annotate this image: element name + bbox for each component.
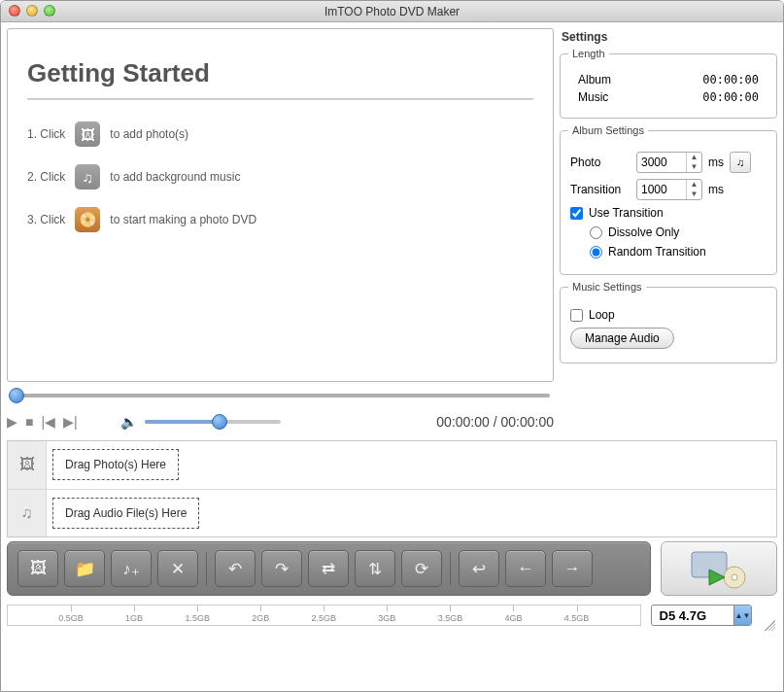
minimize-window-button[interactable] bbox=[26, 5, 38, 17]
add-photo-button[interactable]: 🖼 bbox=[17, 550, 58, 587]
ruler-tick-label: 4GB bbox=[504, 613, 522, 623]
svg-point-2 bbox=[732, 574, 737, 580]
ruler-tick-label: 1GB bbox=[125, 613, 143, 623]
ruler-tick-label: 3GB bbox=[378, 613, 395, 623]
close-window-button[interactable] bbox=[9, 5, 20, 17]
music-length-value: 00:00:00 bbox=[702, 90, 759, 104]
photo-duration-input[interactable] bbox=[637, 156, 686, 169]
length-legend: Length bbox=[568, 48, 609, 59]
ruler-tick-label: 4.5GB bbox=[564, 613, 590, 623]
window-title: ImTOO Photo DVD Maker bbox=[324, 5, 460, 18]
step1-prefix: 1. Click bbox=[27, 127, 65, 141]
ruler-tick-label: 2.5GB bbox=[312, 613, 337, 623]
main-toolbar: 🖼 📁 ♪₊ ✕ ↶ ↷ ⇄ ⇅ ⟳ ↩ ← → bbox=[7, 541, 651, 596]
refresh-button[interactable]: ⟳ bbox=[401, 550, 442, 587]
transition-up[interactable]: ▲ bbox=[687, 180, 701, 190]
zoom-window-button[interactable] bbox=[44, 5, 55, 17]
photo-down[interactable]: ▼ bbox=[687, 162, 701, 172]
burn-dvd-icon: 📀 bbox=[75, 207, 100, 232]
music-length-label: Music bbox=[578, 90, 608, 104]
step3-prefix: 3. Click bbox=[27, 213, 65, 226]
disc-type-select[interactable]: D5 4.7G ▲▼ bbox=[651, 605, 752, 626]
use-transition-checkbox[interactable] bbox=[570, 207, 583, 220]
manage-audio-button[interactable]: Manage Audio bbox=[570, 328, 674, 349]
disc-capacity-ruler: 0.5GB1GB1.5GB2GB2.5GB3GB3.5GB4GB4.5GB bbox=[7, 605, 641, 626]
stop-button[interactable]: ■ bbox=[25, 414, 33, 430]
seek-thumb[interactable] bbox=[9, 388, 24, 403]
album-settings-legend: Album Settings bbox=[568, 124, 648, 136]
use-transition-label: Use Transition bbox=[589, 206, 664, 220]
ruler-tick-label: 3.5GB bbox=[438, 613, 463, 623]
ms-label-2: ms bbox=[708, 183, 724, 196]
add-music-icon: ♫ bbox=[75, 164, 100, 190]
preview-area: Getting Started 1. Click 🖼 to add photo(… bbox=[7, 28, 554, 382]
drag-audio-label: Drag Audio File(s) Here bbox=[52, 498, 199, 529]
transition-down[interactable]: ▼ bbox=[687, 190, 701, 199]
album-length-label: Album bbox=[578, 73, 611, 86]
disc-type-label: D5 4.7G bbox=[652, 608, 733, 623]
time-display: 00:00:00 / 00:00:00 bbox=[436, 414, 554, 430]
photo-duration-stepper[interactable]: ▲▼ bbox=[636, 152, 702, 173]
delete-button[interactable]: ✕ bbox=[157, 550, 198, 587]
prev-frame-button[interactable]: |◀ bbox=[41, 414, 55, 430]
chevron-updown-icon: ▲▼ bbox=[733, 605, 751, 626]
music-settings-legend: Music Settings bbox=[568, 281, 646, 293]
transition-duration-stepper[interactable]: ▲▼ bbox=[636, 179, 702, 200]
transition-duration-label: Transition bbox=[570, 183, 631, 196]
timeline-tracks: 🖼 Drag Photo(s) Here ♫ Drag Audio File(s… bbox=[7, 440, 777, 537]
ruler-tick-label: 2GB bbox=[252, 613, 269, 623]
move-right-button[interactable]: → bbox=[552, 550, 593, 587]
add-folder-button[interactable]: 📁 bbox=[64, 550, 105, 587]
step3-suffix: to start making a photo DVD bbox=[110, 213, 256, 226]
ruler-tick-label: 1.5GB bbox=[185, 613, 210, 623]
drag-photos-label: Drag Photo(s) Here bbox=[52, 449, 179, 480]
app-window: ImTOO Photo DVD Maker Getting Started 1.… bbox=[0, 0, 784, 692]
album-length-value: 00:00:00 bbox=[702, 73, 759, 86]
flip-horizontal-button[interactable]: ⇄ bbox=[308, 550, 349, 587]
random-transition-radio[interactable] bbox=[590, 246, 602, 259]
burn-dvd-button[interactable] bbox=[661, 541, 777, 596]
toolbar-divider bbox=[206, 552, 207, 585]
apply-photo-duration-button[interactable]: ♫ bbox=[730, 152, 751, 173]
step2-prefix: 2. Click bbox=[27, 170, 65, 184]
undo-button[interactable]: ↩ bbox=[459, 550, 499, 587]
add-music-button[interactable]: ♪₊ bbox=[111, 550, 152, 587]
ruler-tick-label: 0.5GB bbox=[58, 613, 84, 623]
rotate-ccw-button[interactable]: ↶ bbox=[215, 550, 256, 587]
getting-started-title: Getting Started bbox=[27, 58, 533, 88]
divider bbox=[27, 98, 533, 100]
add-photo-icon: 🖼 bbox=[75, 121, 100, 147]
volume-thumb[interactable] bbox=[212, 414, 227, 430]
audio-track-dropzone[interactable]: Drag Audio File(s) Here bbox=[47, 490, 776, 537]
move-left-button[interactable]: ← bbox=[505, 550, 546, 587]
photo-track-dropzone[interactable]: Drag Photo(s) Here bbox=[47, 441, 776, 489]
loop-checkbox[interactable] bbox=[570, 309, 583, 322]
audio-track-icon[interactable]: ♫ bbox=[8, 490, 47, 537]
photo-duration-label: Photo bbox=[570, 156, 631, 169]
album-settings-group: Album Settings Photo ▲▼ ms ♫ Transition bbox=[560, 124, 777, 275]
step2-suffix: to add background music bbox=[110, 170, 240, 184]
volume-icon: 🔈 bbox=[120, 414, 137, 430]
resize-grip[interactable] bbox=[762, 617, 775, 631]
playback-seek-slider[interactable] bbox=[11, 394, 550, 398]
loop-label: Loop bbox=[589, 308, 615, 322]
settings-header: Settings bbox=[560, 28, 777, 48]
flip-vertical-button[interactable]: ⇅ bbox=[355, 550, 395, 587]
next-frame-button[interactable]: ▶| bbox=[63, 414, 78, 430]
rotate-cw-button[interactable]: ↷ bbox=[261, 550, 302, 587]
ms-label-1: ms bbox=[708, 156, 724, 169]
titlebar: ImTOO Photo DVD Maker bbox=[1, 1, 783, 22]
play-button[interactable]: ▶ bbox=[7, 414, 17, 430]
dissolve-only-radio[interactable] bbox=[590, 226, 602, 239]
length-group: Length Album 00:00:00 Music 00:00:00 bbox=[560, 48, 777, 119]
transition-duration-input[interactable] bbox=[637, 183, 686, 196]
volume-slider[interactable] bbox=[145, 420, 281, 424]
music-settings-group: Music Settings Loop Manage Audio bbox=[560, 281, 777, 363]
random-transition-label: Random Transition bbox=[608, 245, 706, 259]
step1-suffix: to add photo(s) bbox=[110, 127, 188, 141]
photo-up[interactable]: ▲ bbox=[687, 153, 701, 162]
photo-track-icon[interactable]: 🖼 bbox=[8, 441, 47, 489]
toolbar-divider-2 bbox=[450, 552, 451, 585]
dissolve-only-label: Dissolve Only bbox=[608, 225, 679, 239]
